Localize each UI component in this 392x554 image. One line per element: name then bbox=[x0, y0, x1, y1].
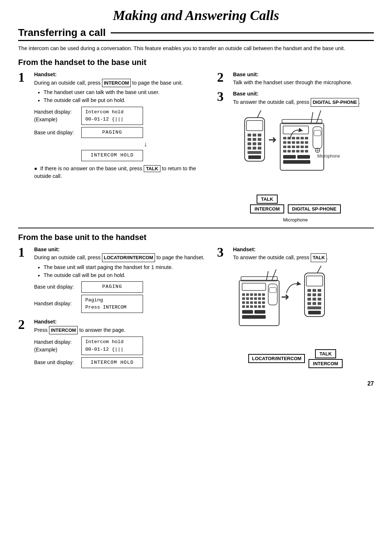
svg-rect-3 bbox=[248, 134, 251, 137]
svg-rect-47 bbox=[283, 155, 296, 159]
svg-rect-96 bbox=[318, 289, 321, 292]
svg-rect-21 bbox=[313, 127, 322, 148]
svg-rect-28 bbox=[305, 137, 308, 139]
svg-rect-100 bbox=[307, 298, 311, 301]
svg-rect-42 bbox=[287, 150, 291, 152]
page-header: Making and Answering Calls bbox=[18, 7, 374, 23]
svg-line-2 bbox=[257, 110, 263, 118]
svg-rect-10 bbox=[253, 142, 256, 145]
page-title: Making and Answering Calls bbox=[18, 7, 374, 23]
svg-rect-48 bbox=[297, 155, 310, 159]
svg-rect-44 bbox=[296, 150, 299, 152]
svg-rect-38 bbox=[296, 146, 299, 148]
svg-rect-33 bbox=[301, 141, 304, 144]
svg-rect-60 bbox=[269, 288, 276, 293]
svg-rect-81 bbox=[250, 305, 253, 308]
svg-rect-79 bbox=[242, 305, 245, 308]
svg-rect-77 bbox=[258, 301, 261, 304]
diagram-base-handset: ➜ bbox=[217, 266, 374, 368]
svg-text:➜: ➜ bbox=[281, 291, 289, 302]
step3-key: DIGITAL SP-PHONE bbox=[311, 98, 359, 107]
svg-rect-78 bbox=[262, 301, 265, 304]
base-step1-bullet-1: The base unit will start paging the hand… bbox=[38, 264, 210, 272]
svg-line-93 bbox=[317, 266, 323, 273]
talk-button-label: TALK bbox=[257, 195, 278, 204]
svg-rect-87 bbox=[242, 315, 266, 319]
svg-rect-104 bbox=[313, 302, 316, 305]
diagram2-buttons: LOCATOR/INTERCOM TALK INTERCOM bbox=[248, 349, 342, 368]
step3-label: Base unit: bbox=[233, 91, 258, 97]
svg-rect-73 bbox=[242, 301, 245, 304]
svg-rect-40 bbox=[305, 146, 308, 148]
svg-rect-61 bbox=[242, 293, 245, 296]
step1-bullets: The handset user can talk with the base … bbox=[38, 89, 210, 105]
svg-line-51 bbox=[317, 110, 321, 123]
diagram-buttons: TALK INTERCOM DIGITAL SP-PHONE bbox=[250, 195, 341, 213]
svg-rect-76 bbox=[254, 301, 257, 304]
svg-rect-82 bbox=[254, 305, 257, 308]
handset-display-box-2: Intercom hold 00-01-12 {||| bbox=[81, 337, 143, 355]
base-step1-bullet-2: The outside call will be put on hold. bbox=[38, 272, 210, 280]
svg-rect-31 bbox=[292, 141, 295, 144]
handset-display-row-2: Handset display: (Example) Intercom hold… bbox=[34, 337, 210, 355]
step1-note: ● If there is no answer on the base unit… bbox=[34, 165, 210, 181]
svg-rect-29 bbox=[283, 141, 286, 144]
svg-rect-43 bbox=[292, 150, 295, 152]
svg-text:➜: ➜ bbox=[268, 134, 277, 145]
section-divider bbox=[18, 228, 374, 228]
svg-rect-80 bbox=[246, 305, 249, 308]
step1-text: During an outside call, press bbox=[34, 80, 102, 86]
base-display-paging: PAGING bbox=[81, 127, 143, 138]
svg-rect-9 bbox=[248, 142, 251, 145]
subsection-base-to-handset: From the base unit to the handset bbox=[18, 233, 374, 242]
svg-rect-15 bbox=[248, 151, 261, 154]
svg-rect-35 bbox=[283, 146, 286, 148]
base-step2-label: Handset: bbox=[34, 319, 57, 325]
base-paging-display: PAGING bbox=[81, 281, 143, 292]
step2-text: Talk with the handset user through the m… bbox=[233, 80, 352, 85]
svg-rect-70 bbox=[254, 297, 257, 300]
svg-rect-49 bbox=[283, 160, 310, 164]
base-display-row-paging: Base unit display: PAGING bbox=[34, 281, 210, 292]
intercom-button-label: INTERCOM bbox=[250, 204, 284, 213]
svg-rect-72 bbox=[262, 297, 265, 300]
handset-display-box: Intercom hold 00-01-12 {||| bbox=[81, 107, 143, 125]
base-hold-display: INTERCOM HOLD bbox=[81, 357, 143, 368]
svg-line-89 bbox=[272, 269, 276, 280]
svg-rect-84 bbox=[262, 305, 265, 308]
svg-rect-11 bbox=[258, 142, 261, 145]
step-1-base: 1 Base unit: During an outside call, pre… bbox=[18, 246, 210, 315]
svg-rect-101 bbox=[313, 298, 316, 301]
svg-rect-86 bbox=[254, 310, 265, 314]
svg-rect-22 bbox=[314, 130, 321, 136]
svg-rect-5 bbox=[258, 134, 261, 137]
svg-rect-58 bbox=[242, 283, 266, 290]
svg-rect-34 bbox=[305, 141, 308, 144]
intercom-key-step2: INTERCOM bbox=[49, 326, 78, 335]
svg-rect-4 bbox=[253, 134, 256, 137]
svg-rect-59 bbox=[268, 284, 277, 305]
page-number: 27 bbox=[18, 380, 374, 387]
svg-rect-46 bbox=[305, 150, 308, 152]
svg-rect-41 bbox=[283, 150, 286, 152]
svg-rect-74 bbox=[246, 301, 249, 304]
microphone-label: Microphone bbox=[283, 217, 308, 223]
talk-key-note: TALK bbox=[144, 165, 160, 172]
svg-line-88 bbox=[266, 271, 268, 280]
svg-rect-39 bbox=[301, 146, 304, 148]
locator-key: LOCATOR/INTERCOM bbox=[102, 253, 155, 262]
phone-diagram-2-svg: ➜ bbox=[234, 266, 357, 346]
svg-rect-23 bbox=[283, 137, 286, 139]
talk-key-step3: TALK bbox=[311, 253, 327, 262]
svg-rect-67 bbox=[242, 297, 245, 300]
svg-rect-37 bbox=[292, 146, 295, 148]
svg-rect-97 bbox=[307, 293, 311, 296]
phone-diagram-svg: ➜ bbox=[234, 110, 357, 190]
svg-rect-107 bbox=[308, 311, 321, 314]
step-3-handset: 3 Handset: To answer the outside call, p… bbox=[217, 246, 374, 262]
base-display-row-2: INTERCOM HOLD bbox=[34, 150, 210, 161]
svg-rect-27 bbox=[301, 137, 304, 139]
svg-rect-66 bbox=[262, 293, 265, 296]
svg-rect-62 bbox=[246, 293, 249, 296]
svg-rect-32 bbox=[296, 141, 299, 144]
